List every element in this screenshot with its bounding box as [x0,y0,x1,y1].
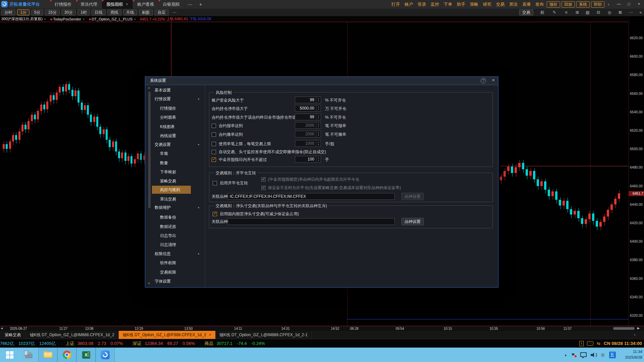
risk-row-spinbox-4[interactable]: 2000▲▼ [295,131,321,137]
eject-icon[interactable]: ⊗ [601,352,605,358]
sidebar-item-20[interactable]: 交易权限 [160,268,176,276]
spin-up-icon[interactable]: ▲ [318,132,319,134]
close-chart-icon[interactable]: ⊠ [616,9,624,16]
sidebar-item-7[interactable]: 常规 [160,149,168,158]
sidebar-item-10[interactable]: 策略交易 [160,177,176,185]
spinbox-value[interactable]: 1000 [295,141,316,146]
close-button[interactable]: × [634,0,644,9]
spin-up-icon[interactable]: ▲ [318,123,319,125]
menu-item-6[interactable]: 策略 [468,0,481,9]
taskbar-button-tbquant[interactable] [96,348,115,362]
enable-net-position-checkbox[interactable] [213,212,217,216]
spin-up-icon[interactable]: ▲ [318,98,319,100]
chart-header-close-icon[interactable]: × [134,17,136,21]
dialog-close-icon[interactable]: × [492,77,495,83]
collapse-icon[interactable]: « [637,9,644,16]
sidebar-item-12[interactable]: 算法交易 [160,195,176,203]
period-more-icon[interactable]: ⋯ [170,10,178,15]
sidebar-item-0[interactable]: 基本设置 [155,86,171,94]
maximize-button[interactable]: □ [624,0,634,9]
chart-header-close-icon[interactable]: × [83,17,85,21]
period-button-2[interactable]: 5分 [31,9,44,15]
spin-up-icon[interactable]: ▲ [318,115,319,117]
risk-row-spinbox-3[interactable]: 2000▲▼ [295,122,321,129]
sidebar-item-21[interactable]: 字体设置 [155,277,171,285]
risk-row-spinbox-5[interactable]: 1000▲▼ [295,140,321,147]
menu-item-4[interactable]: 下单 [441,0,454,9]
spin-down-icon[interactable]: ▼ [318,126,319,127]
spinbox-value[interactable]: 2000 [295,132,316,136]
indicator-settings-icon[interactable]: ≡ [562,9,570,16]
menu-item-3[interactable]: 监控 [428,0,441,9]
cloud-sync-icon[interactable]: ⇆ [597,341,600,346]
spinbox-value[interactable]: 100 [295,157,316,162]
target-icon[interactable]: ◎ [605,9,613,16]
tabs-overflow-chevron[interactable]: › [634,331,635,339]
delete-icon[interactable]: ⊟ [594,9,602,16]
menu-item-7[interactable]: 研究 [481,0,494,9]
more-icon[interactable]: ⋯ [627,9,635,16]
dialog-help-icon[interactable]: ? [481,78,486,83]
collapse-arrow-icon[interactable]: ▲ [197,203,200,212]
period-button-7[interactable]: 周线 [107,9,121,15]
spinbox-value[interactable]: 99 [295,115,316,119]
spinbox-value[interactable]: 99 [295,98,316,102]
sidebar-item-2[interactable]: 行情报价 [160,104,176,112]
sidebar-item-11[interactable]: 风控与规则 [152,186,191,194]
bottom-tab-0[interactable]: 策略交易 [0,331,26,339]
hidden-icons-arrow[interactable]: ▲ [564,353,567,357]
sidebar-item-9[interactable]: 下单映射 [160,168,176,176]
tabs-more-icon[interactable]: ⋯ [184,0,196,9]
menu-boxed-3[interactable]: 帮助 [591,1,604,8]
sidebar-scrollbar-thumb[interactable] [148,92,151,208]
titlebar-tab-1[interactable]: 算法代理 [76,0,102,9]
sidebar-item-18[interactable]: 权限信息 [155,250,171,258]
related-symbols-input-1[interactable] [228,193,395,200]
titlebar-tab-4[interactable]: 白银期权 [159,0,184,9]
sidebar-item-14[interactable]: 数据备份 [160,213,176,221]
spin-down-icon[interactable]: ▼ [318,134,319,136]
menu-item-0[interactable]: 打开 [389,0,402,9]
layout-icon[interactable]: ▤ [584,9,592,16]
collapse-arrow-icon[interactable]: ▲ [197,250,200,258]
sidebar-item-19[interactable]: 软件权限 [160,259,176,267]
titlebar-tab-0[interactable]: 行情报价 [50,0,76,9]
taskbar-button-excel[interactable]: X [76,348,96,362]
sidebar-item-15[interactable]: 数据还原 [160,223,176,231]
titlebar-tab-2[interactable]: 股指期权× [102,0,133,9]
spin-down-icon[interactable]: ▼ [318,117,319,119]
taskbar-button-toolbox[interactable] [19,348,38,362]
sidebar-item-13[interactable]: 数据维护 [155,203,171,212]
menu-item-9[interactable]: 算法 [507,0,520,9]
titlebar-tab-3[interactable]: 账户透视 [133,0,159,9]
menu-item-8[interactable]: 交易 [494,0,507,9]
rights-icon[interactable]: 权 [538,9,546,16]
taskbar-button-start[interactable] [0,348,19,362]
action-center-flag-icon[interactable]: ⚑ [571,352,576,357]
sidebar-scroll-down-icon[interactable]: ▼ [148,282,150,285]
spin-down-icon[interactable]: ▼ [318,160,319,161]
menu-item-2[interactable]: 登录 [415,0,428,9]
spinbox-arrows[interactable]: ▲▼ [316,122,321,128]
risk-row-spinbox-0[interactable]: 99▲▼ [295,97,321,103]
sidebar-item-3[interactable]: 分时图表 [160,113,176,121]
chart-header-close-icon[interactable]: × [44,17,46,21]
bottom-tab-3[interactable]: 辅K线 DT_Option_GZ_L@IM888.CFFEX_1d_2-1 [216,331,312,339]
sidebar-item-17[interactable]: 日志清理 [160,241,176,249]
period-button-4[interactable]: 30分 [61,9,76,15]
risk-row-checkbox-6[interactable] [212,150,216,154]
taskbar-button-chrome[interactable] [57,348,76,362]
taskbar-button-explorer[interactable] [38,348,57,362]
risk-row-checkbox-7[interactable] [212,158,216,162]
scroll-right-icon[interactable]: ▶ [637,326,640,330]
menu-item-10[interactable]: 直播 [520,0,533,9]
sidebar-scroll-up-icon[interactable]: ▲ [148,86,150,89]
insert-chart-icon[interactable]: ⊞ [573,9,581,16]
menu-item-5[interactable]: 助手 [454,0,468,9]
spin-up-icon[interactable]: ▲ [318,106,319,108]
menu-boxed-1[interactable]: 回放 [561,1,575,8]
sidebar-item-5[interactable]: 画线设置 [160,132,176,140]
spinbox-arrows[interactable]: ▲▼ [316,156,321,162]
volume-icon[interactable]: ) [591,353,597,357]
menu-item-11[interactable]: 发布 [533,0,546,9]
